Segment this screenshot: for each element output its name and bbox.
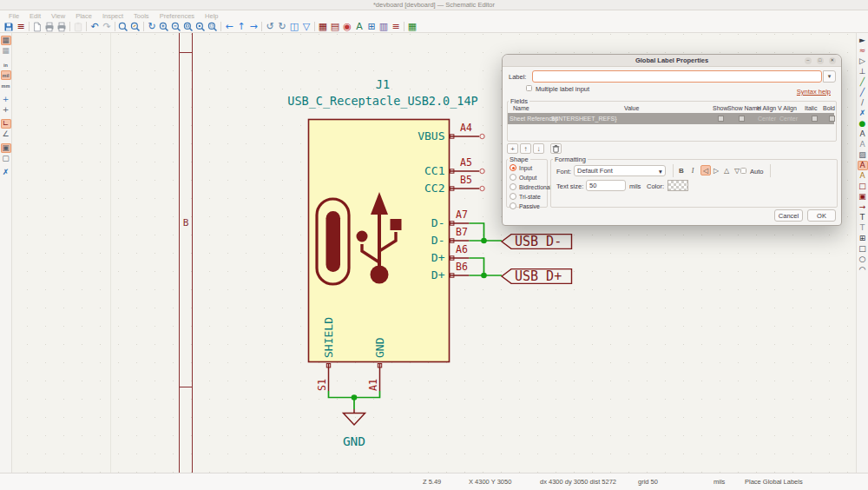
find-button[interactable] — [117, 21, 129, 32]
menu-file[interactable]: File — [3, 12, 24, 20]
add-bus-button[interactable]: ╱ — [858, 88, 868, 97]
bold-checkbox[interactable] — [829, 116, 835, 122]
ok-button[interactable]: OK — [807, 209, 836, 222]
units-inches-button[interactable]: in — [1, 60, 11, 70]
window-titlebar[interactable]: *devboard [devboard] — Schematic Editor — [0, 0, 868, 10]
add-sheet-button[interactable]: □ — [858, 182, 868, 191]
font-select[interactable]: Default Font — [574, 165, 666, 176]
cursor-full-button[interactable]: + — [1, 105, 11, 115]
shape-radio-tri-state[interactable] — [510, 193, 516, 200]
text-size-input[interactable]: 50 — [586, 180, 626, 191]
show-hidden-fields-button[interactable]: ▢ — [1, 154, 11, 163]
add-rectangle-button[interactable]: □ — [858, 244, 868, 254]
color-swatch-button[interactable] — [667, 180, 688, 191]
italic-checkbox[interactable] — [812, 116, 818, 122]
units-mm-button[interactable]: mm — [1, 81, 11, 90]
menu-help[interactable]: Help — [200, 12, 223, 20]
zoom-in-button[interactable] — [158, 21, 170, 32]
find-replace-button[interactable] — [129, 21, 141, 32]
bold-button[interactable]: B — [676, 165, 687, 175]
cursor-small-button[interactable]: + — [1, 95, 11, 104]
add-textbox-button[interactable]: T — [858, 223, 868, 233]
add-field-button[interactable]: + — [507, 143, 518, 154]
auto-orientation-checkbox[interactable] — [740, 168, 746, 174]
grid-visibility-button[interactable]: ▦ — [1, 36, 11, 45]
rotate-ccw-button[interactable]: ↺ — [264, 21, 276, 32]
add-text-button[interactable]: T — [858, 213, 868, 222]
close-icon[interactable]: ✕ — [829, 57, 837, 65]
assign-footprints-button[interactable]: ▥ — [378, 21, 390, 32]
grid-override-button[interactable]: ▦ — [1, 46, 11, 56]
add-no-connect-button[interactable]: ✗ — [858, 109, 868, 118]
print-button[interactable] — [43, 21, 56, 32]
add-netclass-directive-button[interactable]: A — [858, 140, 868, 149]
add-rule-area-button[interactable]: ▨ — [858, 150, 868, 160]
add-wire-button[interactable]: ╱ — [858, 77, 868, 87]
new-sheet-button[interactable] — [31, 21, 43, 32]
minimize-icon[interactable]: – — [805, 57, 812, 65]
mirror-horizontal-button[interactable]: ▽ — [300, 21, 312, 32]
add-bus-entry-button[interactable]: / — [858, 98, 868, 108]
nav-back-button[interactable]: ← — [223, 21, 235, 32]
orientation-right-button[interactable]: ▷ — [711, 165, 721, 175]
edit-symbol-button[interactable]: ▦ — [317, 21, 329, 32]
highlight-net-button[interactable]: ≈ — [858, 46, 868, 56]
bill-of-materials-button[interactable]: ≡ — [390, 21, 402, 32]
add-symbol-button[interactable]: ▷ — [858, 56, 868, 66]
maximize-icon[interactable]: □ — [817, 57, 825, 65]
menu-preferences[interactable]: Preferences — [155, 12, 200, 20]
v-align-cell[interactable]: Center — [779, 116, 798, 122]
plot-button[interactable] — [56, 21, 68, 32]
save-button[interactable] — [3, 21, 15, 32]
add-global-label-button[interactable]: A — [858, 161, 868, 170]
hv-lines-only-button[interactable]: ∟ — [1, 119, 11, 129]
import-sheet-pin-button[interactable]: → — [858, 202, 868, 212]
delete-field-button[interactable] — [550, 143, 562, 154]
add-hierarchical-label-button[interactable]: A — [858, 171, 868, 181]
zoom-fit-button[interactable] — [182, 21, 194, 32]
syntax-help-link[interactable]: Syntax help — [797, 88, 831, 96]
show-name-checkbox[interactable] — [739, 116, 745, 122]
annotate-button[interactable]: A — [353, 21, 365, 32]
orientation-up-button[interactable]: △ — [721, 165, 732, 175]
add-junction-button[interactable]: ● — [858, 119, 868, 129]
add-sheet-pin-button[interactable]: ▣ — [858, 192, 868, 202]
shape-radio-input[interactable] — [510, 164, 516, 171]
add-net-label-button[interactable]: A — [858, 129, 868, 139]
free-angle-lines-button[interactable]: ∠ — [1, 129, 11, 139]
move-field-down-button[interactable]: ↓ — [533, 143, 544, 154]
rotate-cw-button[interactable]: ↻ — [276, 21, 288, 32]
redo-button[interactable]: ↷ — [101, 21, 113, 32]
shape-radio-passive[interactable] — [510, 202, 516, 209]
open-pcb-editor-button[interactable]: ▦ — [406, 21, 418, 32]
selection-filter-button[interactable]: ✗ — [1, 168, 11, 177]
select-tool-button[interactable]: ► — [858, 36, 868, 45]
menu-inspect[interactable]: Inspect — [97, 12, 128, 20]
nav-up-button[interactable]: ↑ — [235, 21, 247, 32]
erc-check-button[interactable]: ◉ — [341, 21, 353, 32]
add-table-button[interactable]: ⊞ — [858, 234, 868, 243]
zoom-selection-button[interactable] — [207, 21, 219, 32]
multiple-label-checkbox[interactable] — [526, 85, 532, 91]
dialog-titlebar[interactable]: Global Label Properties — [503, 55, 841, 67]
add-circle-button[interactable]: ○ — [858, 255, 868, 264]
label-dropdown-button[interactable]: ▾ — [823, 70, 836, 83]
add-arc-button[interactable]: ◠ — [858, 265, 868, 275]
nav-forward-button[interactable]: → — [247, 21, 260, 32]
menu-view[interactable]: View — [46, 12, 70, 20]
cancel-button[interactable]: Cancel — [774, 209, 803, 222]
menu-tools[interactable]: Tools — [128, 12, 155, 20]
orientation-left-button[interactable]: ◁ — [700, 165, 711, 175]
field-row-sheet-references[interactable]: Sheet References ${INTERSHEET_REFS} Cent… — [508, 113, 834, 124]
menu-place[interactable]: Place — [70, 12, 97, 20]
menu-edit[interactable]: Edit — [24, 12, 46, 20]
font-select-arrow-icon[interactable]: ▾ — [659, 168, 662, 175]
zoom-objects-button[interactable] — [194, 21, 207, 32]
zoom-out-button[interactable] — [170, 21, 182, 32]
units-mils-button[interactable]: mil — [1, 70, 11, 80]
italic-button[interactable]: I — [687, 165, 698, 175]
h-align-cell[interactable]: Center — [758, 116, 776, 122]
symbol-library-button[interactable]: ▤ — [329, 21, 341, 32]
add-power-port-button[interactable]: ⊥ — [858, 67, 868, 76]
label-input[interactable] — [532, 70, 822, 83]
